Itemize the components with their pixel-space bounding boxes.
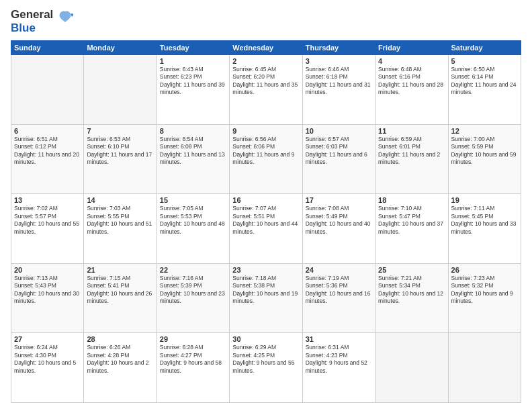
calendar-cell: 9Sunrise: 6:56 AMSunset: 6:06 PMDaylight… — [230, 124, 302, 194]
day-number: 4 — [378, 57, 445, 65]
day-number: 6 — [14, 127, 81, 135]
calendar-cell: 25Sunrise: 7:21 AMSunset: 5:34 PMDayligh… — [375, 263, 448, 333]
day-number: 31 — [306, 335, 372, 343]
day-number: 30 — [232, 335, 299, 343]
day-number: 5 — [451, 57, 518, 65]
calendar-header-row: SundayMondayTuesdayWednesdayThursdayFrid… — [11, 41, 521, 55]
day-number: 25 — [378, 266, 445, 274]
day-info: Sunrise: 6:29 AMSunset: 4:25 PMDaylight:… — [232, 344, 299, 375]
day-info: Sunrise: 6:59 AMSunset: 6:01 PMDaylight:… — [378, 136, 445, 167]
day-info: Sunrise: 7:13 AMSunset: 5:43 PMDaylight:… — [14, 275, 81, 306]
day-info: Sunrise: 7:19 AMSunset: 5:36 PMDaylight:… — [306, 275, 372, 306]
day-info: Sunrise: 6:45 AMSunset: 6:20 PMDaylight:… — [232, 66, 299, 97]
calendar-cell: 12Sunrise: 7:00 AMSunset: 5:59 PMDayligh… — [448, 124, 521, 194]
day-number: 27 — [14, 335, 81, 343]
calendar-week-row: 6Sunrise: 6:51 AMSunset: 6:12 PMDaylight… — [11, 124, 521, 194]
day-number: 7 — [87, 127, 153, 135]
calendar-week-row: 1Sunrise: 6:43 AMSunset: 6:23 PMDaylight… — [11, 55, 521, 125]
day-info: Sunrise: 6:28 AMSunset: 4:27 PMDaylight:… — [160, 344, 226, 375]
calendar-cell: 7Sunrise: 6:53 AMSunset: 6:10 PMDaylight… — [84, 124, 157, 194]
calendar-cell: 26Sunrise: 7:23 AMSunset: 5:32 PMDayligh… — [448, 263, 521, 333]
day-info: Sunrise: 6:54 AMSunset: 6:08 PMDaylight:… — [160, 136, 226, 167]
weekday-header-cell: Thursday — [302, 41, 375, 55]
day-info: Sunrise: 6:46 AMSunset: 6:18 PMDaylight:… — [306, 66, 372, 97]
day-number: 3 — [306, 57, 372, 65]
day-info: Sunrise: 6:50 AMSunset: 6:14 PMDaylight:… — [451, 66, 518, 97]
day-info: Sunrise: 7:23 AMSunset: 5:32 PMDaylight:… — [451, 275, 518, 306]
day-info: Sunrise: 7:00 AMSunset: 5:59 PMDaylight:… — [451, 136, 518, 167]
calendar-cell: 14Sunrise: 7:03 AMSunset: 5:55 PMDayligh… — [84, 194, 157, 264]
day-info: Sunrise: 7:11 AMSunset: 5:45 PMDaylight:… — [451, 205, 518, 236]
calendar-cell: 11Sunrise: 6:59 AMSunset: 6:01 PMDayligh… — [375, 124, 448, 194]
weekday-header-cell: Saturday — [448, 41, 521, 55]
calendar-week-row: 13Sunrise: 7:02 AMSunset: 5:57 PMDayligh… — [11, 194, 521, 264]
calendar-cell: 17Sunrise: 7:08 AMSunset: 5:49 PMDayligh… — [302, 194, 375, 264]
weekday-header-cell: Tuesday — [157, 41, 229, 55]
day-info: Sunrise: 7:08 AMSunset: 5:49 PMDaylight:… — [306, 205, 372, 236]
logo-bird-icon — [56, 9, 75, 30]
day-number: 13 — [14, 196, 81, 204]
day-number: 29 — [160, 335, 226, 343]
day-number: 12 — [451, 127, 518, 135]
day-number: 28 — [87, 335, 153, 343]
day-info: Sunrise: 7:02 AMSunset: 5:57 PMDaylight:… — [14, 205, 81, 236]
calendar-cell: 24Sunrise: 7:19 AMSunset: 5:36 PMDayligh… — [302, 263, 375, 333]
day-info: Sunrise: 6:51 AMSunset: 6:12 PMDaylight:… — [14, 136, 81, 167]
day-info: Sunrise: 7:18 AMSunset: 5:38 PMDaylight:… — [232, 275, 299, 306]
day-info: Sunrise: 7:10 AMSunset: 5:47 PMDaylight:… — [378, 205, 445, 236]
day-info: Sunrise: 6:53 AMSunset: 6:10 PMDaylight:… — [87, 136, 153, 167]
calendar-cell: 22Sunrise: 7:16 AMSunset: 5:39 PMDayligh… — [157, 263, 229, 333]
day-info: Sunrise: 7:03 AMSunset: 5:55 PMDaylight:… — [87, 205, 153, 236]
day-number: 2 — [232, 57, 299, 65]
logo: GeneralBlue — [11, 8, 75, 35]
calendar-cell: 1Sunrise: 6:43 AMSunset: 6:23 PMDaylight… — [157, 55, 229, 125]
calendar-cell: 13Sunrise: 7:02 AMSunset: 5:57 PMDayligh… — [11, 194, 84, 264]
calendar-cell: 30Sunrise: 6:29 AMSunset: 4:25 PMDayligh… — [230, 333, 302, 403]
day-number: 21 — [87, 266, 153, 274]
logo-text: GeneralBlue — [11, 8, 53, 35]
day-info: Sunrise: 6:26 AMSunset: 4:28 PMDaylight:… — [87, 344, 153, 375]
day-number: 10 — [306, 127, 372, 135]
calendar-cell: 23Sunrise: 7:18 AMSunset: 5:38 PMDayligh… — [230, 263, 302, 333]
day-number: 8 — [160, 127, 226, 135]
calendar-cell: 5Sunrise: 6:50 AMSunset: 6:14 PMDaylight… — [448, 55, 521, 125]
day-info: Sunrise: 7:07 AMSunset: 5:51 PMDaylight:… — [232, 205, 299, 236]
day-number: 9 — [232, 127, 299, 135]
calendar-cell: 8Sunrise: 6:54 AMSunset: 6:08 PMDaylight… — [157, 124, 229, 194]
calendar-cell: 4Sunrise: 6:48 AMSunset: 6:16 PMDaylight… — [375, 55, 448, 125]
day-info: Sunrise: 6:57 AMSunset: 6:03 PMDaylight:… — [306, 136, 372, 167]
calendar-body: 1Sunrise: 6:43 AMSunset: 6:23 PMDaylight… — [11, 55, 521, 403]
day-info: Sunrise: 6:24 AMSunset: 4:30 PMDaylight:… — [14, 344, 81, 375]
calendar-cell: 6Sunrise: 6:51 AMSunset: 6:12 PMDaylight… — [11, 124, 84, 194]
calendar-cell: 28Sunrise: 6:26 AMSunset: 4:28 PMDayligh… — [84, 333, 157, 403]
day-info: Sunrise: 6:31 AMSunset: 4:23 PMDaylight:… — [306, 344, 372, 375]
day-info: Sunrise: 7:05 AMSunset: 5:53 PMDaylight:… — [160, 205, 226, 236]
calendar-cell: 18Sunrise: 7:10 AMSunset: 5:47 PMDayligh… — [375, 194, 448, 264]
day-number: 20 — [14, 266, 81, 274]
day-number: 22 — [160, 266, 226, 274]
day-number: 19 — [451, 196, 518, 204]
weekday-header-cell: Wednesday — [230, 41, 302, 55]
day-info: Sunrise: 7:15 AMSunset: 5:41 PMDaylight:… — [87, 275, 153, 306]
calendar-cell: 3Sunrise: 6:46 AMSunset: 6:18 PMDaylight… — [302, 55, 375, 125]
calendar-table: SundayMondayTuesdayWednesdayThursdayFrid… — [11, 40, 521, 403]
calendar-cell — [375, 333, 448, 403]
calendar-cell: 19Sunrise: 7:11 AMSunset: 5:45 PMDayligh… — [448, 194, 521, 264]
calendar-cell: 10Sunrise: 6:57 AMSunset: 6:03 PMDayligh… — [302, 124, 375, 194]
day-number: 1 — [160, 57, 226, 65]
header: GeneralBlue — [11, 8, 521, 35]
calendar-cell: 2Sunrise: 6:45 AMSunset: 6:20 PMDaylight… — [230, 55, 302, 125]
day-info: Sunrise: 6:48 AMSunset: 6:16 PMDaylight:… — [378, 66, 445, 97]
calendar-cell — [448, 333, 521, 403]
calendar-cell — [84, 55, 157, 125]
day-number: 18 — [378, 196, 445, 204]
day-number: 23 — [232, 266, 299, 274]
calendar-week-row: 27Sunrise: 6:24 AMSunset: 4:30 PMDayligh… — [11, 333, 521, 403]
calendar-cell: 15Sunrise: 7:05 AMSunset: 5:53 PMDayligh… — [157, 194, 229, 264]
page: GeneralBlue SundayMondayTuesdayWednesday… — [0, 0, 532, 411]
day-number: 17 — [306, 196, 372, 204]
day-number: 24 — [306, 266, 372, 274]
day-info: Sunrise: 6:43 AMSunset: 6:23 PMDaylight:… — [160, 66, 226, 97]
calendar-cell — [11, 55, 84, 125]
weekday-header-cell: Monday — [84, 41, 157, 55]
